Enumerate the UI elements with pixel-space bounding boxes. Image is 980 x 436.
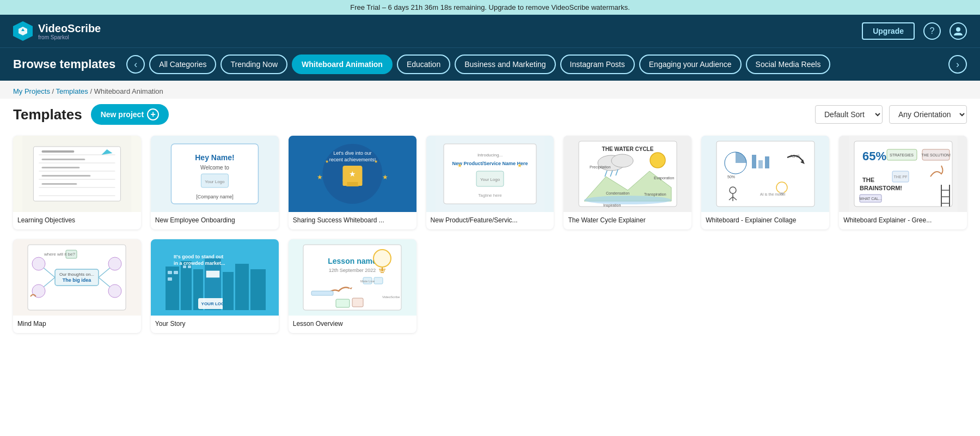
- next-arrow[interactable]: ›: [948, 55, 967, 74]
- template-card-mind-map[interactable]: Our thoughts on... The big idea: [13, 239, 141, 333]
- orientation-select[interactable]: Any Orientation Landscape Portrait Squar…: [889, 105, 967, 124]
- svg-rect-28: [342, 179, 347, 186]
- template-card-water-cycle[interactable]: THE WATER CYCLE Precipitation: [564, 136, 691, 229]
- help-icon[interactable]: ?: [923, 22, 941, 40]
- svg-text:Let's dive into our: Let's dive into our: [333, 150, 371, 156]
- tab-social-media-reels[interactable]: Social Media Reels: [746, 55, 831, 74]
- category-bar: Browse templates ‹ All Categories Trendi…: [0, 47, 980, 81]
- template-label: Learning Objectives: [13, 212, 141, 229]
- svg-text:THE WATER CYCLE: THE WATER CYCLE: [602, 146, 653, 152]
- svg-rect-142: [336, 299, 350, 307]
- default-sort-select[interactable]: Default Sort Newest First Oldest First: [815, 105, 883, 124]
- svg-rect-116: [206, 271, 219, 277]
- trial-banner: Free Trial – 6 days 21h 36m 18s remainin…: [0, 0, 980, 15]
- navbar-right: Upgrade ?: [862, 22, 967, 40]
- template-card-whiteboard-green[interactable]: 65% STRATEGIES THE SOLUTION! THE BRAINST…: [839, 136, 967, 229]
- svg-text:THE: THE: [862, 177, 874, 183]
- template-card-learning-objectives[interactable]: Learning Objectives: [13, 136, 141, 229]
- svg-point-107: [108, 284, 121, 298]
- templates-header-left: Templates New project +: [13, 104, 169, 125]
- svg-text:12th September 2022: 12th September 2022: [329, 268, 376, 273]
- prev-arrow[interactable]: ‹: [126, 55, 145, 74]
- templates-title: Templates: [13, 106, 82, 123]
- svg-text:Introducing...: Introducing...: [477, 153, 503, 158]
- template-label: New Product/Feature/Servic...: [426, 212, 554, 229]
- svg-text:★: ★: [325, 159, 329, 164]
- navbar-left: VideoScribe from Sparkol: [13, 21, 101, 41]
- svg-rect-27: [346, 182, 359, 186]
- tab-engaging-audience[interactable]: Engaging your Audience: [639, 55, 742, 74]
- breadcrumb-sep1: /: [52, 87, 56, 95]
- svg-text:★: ★: [374, 159, 378, 164]
- template-card-new-product[interactable]: Introducing... New Product/Service Name …: [426, 136, 554, 229]
- svg-text:THE PF: THE PF: [893, 175, 907, 179]
- svg-text:Your Logo: Your Logo: [205, 179, 225, 184]
- svg-rect-141: [311, 291, 333, 295]
- svg-text:Inspiration: Inspiration: [603, 203, 621, 208]
- tab-trending-now[interactable]: Trending Now: [220, 55, 287, 74]
- svg-text:Transpiration: Transpiration: [644, 192, 666, 197]
- tab-education[interactable]: Education: [397, 55, 450, 74]
- template-label: Lesson Overview: [289, 316, 416, 333]
- template-thumb: 50% AI is the model: [701, 136, 829, 212]
- svg-rect-143: [352, 298, 363, 307]
- svg-text:Hey Name!: Hey Name!: [195, 153, 234, 162]
- template-card-lesson-overview[interactable]: Lesson name 12th September 2022 Mute Liv…: [289, 239, 416, 333]
- svg-text:Welcome to: Welcome to: [200, 165, 229, 171]
- svg-text:THE SOLUTION!: THE SOLUTION!: [921, 153, 951, 157]
- template-thumb: Our thoughts on... The big idea: [13, 239, 141, 316]
- template-card-sharing-success[interactable]: ★ Let's dive into our recent achievement…: [289, 136, 416, 229]
- breadcrumb-sep2: /: [90, 87, 94, 95]
- svg-rect-118: [174, 271, 178, 274]
- svg-rect-128: [250, 269, 266, 310]
- svg-point-51: [650, 153, 665, 168]
- svg-text:★: ★: [382, 173, 388, 181]
- svg-point-104: [32, 257, 45, 270]
- template-thumb: Hey Name! Welcome to Your Logo [Company …: [151, 136, 279, 212]
- templates-grid-row1: Learning Objectives Hey Name! Welcome to…: [13, 136, 967, 229]
- plus-icon: +: [147, 108, 159, 120]
- tab-instagram-posts[interactable]: Instagram Posts: [560, 55, 635, 74]
- svg-rect-113: [181, 261, 192, 310]
- svg-rect-63: [716, 141, 814, 207]
- svg-point-133: [373, 250, 391, 267]
- svg-text:Evaporation: Evaporation: [654, 176, 674, 180]
- svg-rect-66: [752, 155, 756, 168]
- svg-text:New Product/Service Name Here: New Product/Service Name Here: [452, 161, 528, 166]
- svg-point-53: [584, 196, 671, 204]
- account-icon[interactable]: [950, 22, 967, 40]
- new-project-label: New project: [101, 110, 144, 119]
- tab-business-marketing[interactable]: Business and Marketing: [455, 55, 555, 74]
- template-card-explainer-collage[interactable]: 50% AI is the model: [701, 136, 829, 229]
- template-label: New Employee Onboarding: [151, 212, 279, 229]
- tab-all-categories[interactable]: All Categories: [149, 55, 216, 74]
- svg-text:BRAINSTORM!: BRAINSTORM!: [860, 185, 902, 191]
- template-card-new-employee-onboarding[interactable]: Hey Name! Welcome to Your Logo [Company …: [151, 136, 279, 229]
- template-thumb: It's good to stand out in a crowded mark…: [151, 239, 279, 316]
- template-label: Sharing Success Whiteboard ...: [289, 212, 416, 229]
- template-label: The Water Cycle Explainer: [564, 212, 691, 229]
- category-tabs: All Categories Trending Now Whiteboard A…: [149, 55, 944, 74]
- svg-text:★: ★: [457, 162, 462, 168]
- svg-text:AI is the model: AI is the model: [760, 192, 786, 196]
- svg-point-2: [956, 27, 960, 32]
- svg-rect-117: [168, 271, 172, 274]
- new-project-button[interactable]: New project +: [91, 104, 169, 125]
- tab-whiteboard-animation[interactable]: Whiteboard Animation: [292, 55, 393, 74]
- svg-text:Your Logo: Your Logo: [480, 177, 500, 182]
- breadcrumb-current: Whiteboard Animation: [94, 87, 163, 95]
- svg-rect-15: [41, 183, 77, 185]
- breadcrumb-templates[interactable]: Templates: [56, 87, 88, 95]
- upgrade-button[interactable]: Upgrade: [862, 22, 915, 40]
- svg-text:★: ★: [517, 162, 522, 168]
- svg-text:Our thoughts on...: Our thoughts on...: [59, 272, 94, 277]
- template-card-your-story[interactable]: It's good to stand out in a crowded mark…: [151, 239, 279, 333]
- templates-header-right: Default Sort Newest First Oldest First A…: [815, 105, 967, 124]
- breadcrumb-my-projects[interactable]: My Projects: [13, 87, 50, 95]
- svg-rect-13: [41, 167, 79, 168]
- svg-text:Mute Live: Mute Live: [360, 280, 375, 283]
- template-thumb: Introducing... New Product/Service Name …: [426, 136, 554, 212]
- svg-rect-29: [358, 179, 362, 186]
- template-label: Whiteboard Explainer - Gree...: [839, 212, 967, 229]
- svg-rect-11: [41, 150, 74, 153]
